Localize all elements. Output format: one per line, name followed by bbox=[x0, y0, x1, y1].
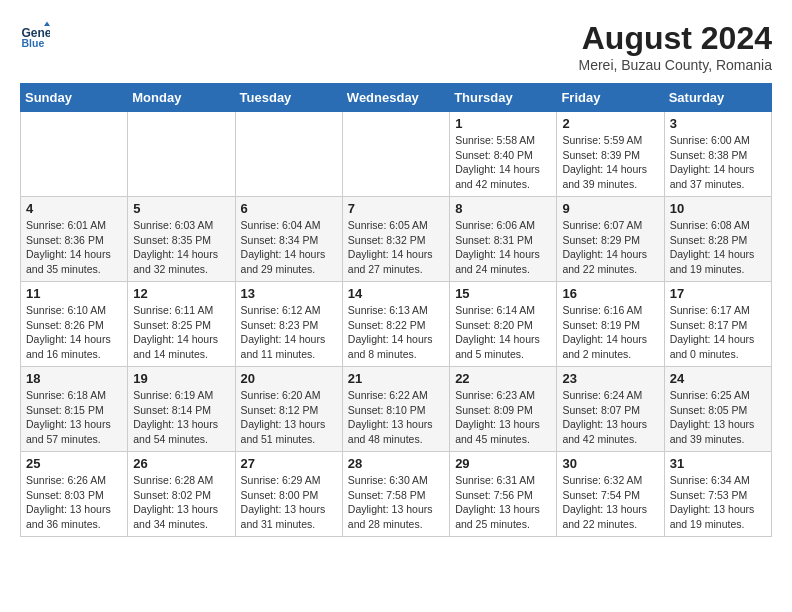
calendar-cell: 4Sunrise: 6:01 AM Sunset: 8:36 PM Daylig… bbox=[21, 197, 128, 282]
day-number: 15 bbox=[455, 286, 551, 301]
day-header-tuesday: Tuesday bbox=[235, 84, 342, 112]
calendar-cell: 13Sunrise: 6:12 AM Sunset: 8:23 PM Dayli… bbox=[235, 282, 342, 367]
calendar-cell: 3Sunrise: 6:00 AM Sunset: 8:38 PM Daylig… bbox=[664, 112, 771, 197]
day-number: 7 bbox=[348, 201, 444, 216]
calendar-body: 1Sunrise: 5:58 AM Sunset: 8:40 PM Daylig… bbox=[21, 112, 772, 537]
day-info: Sunrise: 5:58 AM Sunset: 8:40 PM Dayligh… bbox=[455, 133, 551, 192]
logo: General Blue bbox=[20, 20, 50, 50]
calendar-cell bbox=[235, 112, 342, 197]
day-info: Sunrise: 6:26 AM Sunset: 8:03 PM Dayligh… bbox=[26, 473, 122, 532]
day-info: Sunrise: 6:12 AM Sunset: 8:23 PM Dayligh… bbox=[241, 303, 337, 362]
day-info: Sunrise: 6:00 AM Sunset: 8:38 PM Dayligh… bbox=[670, 133, 766, 192]
day-info: Sunrise: 6:14 AM Sunset: 8:20 PM Dayligh… bbox=[455, 303, 551, 362]
day-info: Sunrise: 6:17 AM Sunset: 8:17 PM Dayligh… bbox=[670, 303, 766, 362]
week-row-1: 1Sunrise: 5:58 AM Sunset: 8:40 PM Daylig… bbox=[21, 112, 772, 197]
day-number: 11 bbox=[26, 286, 122, 301]
calendar-cell: 26Sunrise: 6:28 AM Sunset: 8:02 PM Dayli… bbox=[128, 452, 235, 537]
day-info: Sunrise: 6:08 AM Sunset: 8:28 PM Dayligh… bbox=[670, 218, 766, 277]
title-area: August 2024 Merei, Buzau County, Romania bbox=[579, 20, 773, 73]
day-info: Sunrise: 5:59 AM Sunset: 8:39 PM Dayligh… bbox=[562, 133, 658, 192]
day-info: Sunrise: 6:34 AM Sunset: 7:53 PM Dayligh… bbox=[670, 473, 766, 532]
day-number: 29 bbox=[455, 456, 551, 471]
calendar-cell: 30Sunrise: 6:32 AM Sunset: 7:54 PM Dayli… bbox=[557, 452, 664, 537]
month-year: August 2024 bbox=[579, 20, 773, 57]
day-info: Sunrise: 6:19 AM Sunset: 8:14 PM Dayligh… bbox=[133, 388, 229, 447]
calendar-cell: 9Sunrise: 6:07 AM Sunset: 8:29 PM Daylig… bbox=[557, 197, 664, 282]
day-number: 16 bbox=[562, 286, 658, 301]
calendar-table: SundayMondayTuesdayWednesdayThursdayFrid… bbox=[20, 83, 772, 537]
day-info: Sunrise: 6:11 AM Sunset: 8:25 PM Dayligh… bbox=[133, 303, 229, 362]
day-header-wednesday: Wednesday bbox=[342, 84, 449, 112]
day-info: Sunrise: 6:05 AM Sunset: 8:32 PM Dayligh… bbox=[348, 218, 444, 277]
day-header-friday: Friday bbox=[557, 84, 664, 112]
day-number: 4 bbox=[26, 201, 122, 216]
calendar-cell: 23Sunrise: 6:24 AM Sunset: 8:07 PM Dayli… bbox=[557, 367, 664, 452]
day-number: 21 bbox=[348, 371, 444, 386]
day-number: 25 bbox=[26, 456, 122, 471]
day-header-monday: Monday bbox=[128, 84, 235, 112]
day-info: Sunrise: 6:32 AM Sunset: 7:54 PM Dayligh… bbox=[562, 473, 658, 532]
calendar-cell: 21Sunrise: 6:22 AM Sunset: 8:10 PM Dayli… bbox=[342, 367, 449, 452]
calendar-cell: 11Sunrise: 6:10 AM Sunset: 8:26 PM Dayli… bbox=[21, 282, 128, 367]
day-number: 12 bbox=[133, 286, 229, 301]
day-info: Sunrise: 6:01 AM Sunset: 8:36 PM Dayligh… bbox=[26, 218, 122, 277]
calendar-cell: 18Sunrise: 6:18 AM Sunset: 8:15 PM Dayli… bbox=[21, 367, 128, 452]
calendar-cell: 10Sunrise: 6:08 AM Sunset: 8:28 PM Dayli… bbox=[664, 197, 771, 282]
day-info: Sunrise: 6:03 AM Sunset: 8:35 PM Dayligh… bbox=[133, 218, 229, 277]
day-info: Sunrise: 6:22 AM Sunset: 8:10 PM Dayligh… bbox=[348, 388, 444, 447]
calendar-cell: 29Sunrise: 6:31 AM Sunset: 7:56 PM Dayli… bbox=[450, 452, 557, 537]
day-number: 8 bbox=[455, 201, 551, 216]
week-row-4: 18Sunrise: 6:18 AM Sunset: 8:15 PM Dayli… bbox=[21, 367, 772, 452]
day-number: 20 bbox=[241, 371, 337, 386]
calendar-cell bbox=[128, 112, 235, 197]
day-info: Sunrise: 6:31 AM Sunset: 7:56 PM Dayligh… bbox=[455, 473, 551, 532]
location: Merei, Buzau County, Romania bbox=[579, 57, 773, 73]
calendar-cell: 14Sunrise: 6:13 AM Sunset: 8:22 PM Dayli… bbox=[342, 282, 449, 367]
day-info: Sunrise: 6:29 AM Sunset: 8:00 PM Dayligh… bbox=[241, 473, 337, 532]
day-info: Sunrise: 6:20 AM Sunset: 8:12 PM Dayligh… bbox=[241, 388, 337, 447]
day-info: Sunrise: 6:30 AM Sunset: 7:58 PM Dayligh… bbox=[348, 473, 444, 532]
day-info: Sunrise: 6:10 AM Sunset: 8:26 PM Dayligh… bbox=[26, 303, 122, 362]
day-number: 19 bbox=[133, 371, 229, 386]
day-info: Sunrise: 6:25 AM Sunset: 8:05 PM Dayligh… bbox=[670, 388, 766, 447]
day-header-saturday: Saturday bbox=[664, 84, 771, 112]
day-number: 26 bbox=[133, 456, 229, 471]
calendar-cell: 1Sunrise: 5:58 AM Sunset: 8:40 PM Daylig… bbox=[450, 112, 557, 197]
calendar-cell bbox=[21, 112, 128, 197]
logo-icon: General Blue bbox=[20, 20, 50, 50]
day-number: 5 bbox=[133, 201, 229, 216]
calendar-cell: 6Sunrise: 6:04 AM Sunset: 8:34 PM Daylig… bbox=[235, 197, 342, 282]
day-number: 2 bbox=[562, 116, 658, 131]
day-header-thursday: Thursday bbox=[450, 84, 557, 112]
day-number: 28 bbox=[348, 456, 444, 471]
calendar-cell: 19Sunrise: 6:19 AM Sunset: 8:14 PM Dayli… bbox=[128, 367, 235, 452]
svg-marker-2 bbox=[44, 22, 50, 27]
calendar-cell bbox=[342, 112, 449, 197]
day-number: 24 bbox=[670, 371, 766, 386]
day-info: Sunrise: 6:24 AM Sunset: 8:07 PM Dayligh… bbox=[562, 388, 658, 447]
day-header-sunday: Sunday bbox=[21, 84, 128, 112]
calendar-cell: 7Sunrise: 6:05 AM Sunset: 8:32 PM Daylig… bbox=[342, 197, 449, 282]
day-info: Sunrise: 6:07 AM Sunset: 8:29 PM Dayligh… bbox=[562, 218, 658, 277]
day-info: Sunrise: 6:13 AM Sunset: 8:22 PM Dayligh… bbox=[348, 303, 444, 362]
day-number: 18 bbox=[26, 371, 122, 386]
calendar-cell: 20Sunrise: 6:20 AM Sunset: 8:12 PM Dayli… bbox=[235, 367, 342, 452]
day-number: 1 bbox=[455, 116, 551, 131]
day-number: 22 bbox=[455, 371, 551, 386]
calendar-cell: 16Sunrise: 6:16 AM Sunset: 8:19 PM Dayli… bbox=[557, 282, 664, 367]
day-number: 30 bbox=[562, 456, 658, 471]
svg-text:Blue: Blue bbox=[22, 37, 45, 49]
day-info: Sunrise: 6:28 AM Sunset: 8:02 PM Dayligh… bbox=[133, 473, 229, 532]
day-info: Sunrise: 6:18 AM Sunset: 8:15 PM Dayligh… bbox=[26, 388, 122, 447]
day-info: Sunrise: 6:16 AM Sunset: 8:19 PM Dayligh… bbox=[562, 303, 658, 362]
calendar-cell: 24Sunrise: 6:25 AM Sunset: 8:05 PM Dayli… bbox=[664, 367, 771, 452]
day-info: Sunrise: 6:23 AM Sunset: 8:09 PM Dayligh… bbox=[455, 388, 551, 447]
calendar-cell: 12Sunrise: 6:11 AM Sunset: 8:25 PM Dayli… bbox=[128, 282, 235, 367]
calendar-cell: 22Sunrise: 6:23 AM Sunset: 8:09 PM Dayli… bbox=[450, 367, 557, 452]
week-row-3: 11Sunrise: 6:10 AM Sunset: 8:26 PM Dayli… bbox=[21, 282, 772, 367]
calendar-cell: 25Sunrise: 6:26 AM Sunset: 8:03 PM Dayli… bbox=[21, 452, 128, 537]
calendar-cell: 8Sunrise: 6:06 AM Sunset: 8:31 PM Daylig… bbox=[450, 197, 557, 282]
day-number: 31 bbox=[670, 456, 766, 471]
day-number: 9 bbox=[562, 201, 658, 216]
day-number: 13 bbox=[241, 286, 337, 301]
